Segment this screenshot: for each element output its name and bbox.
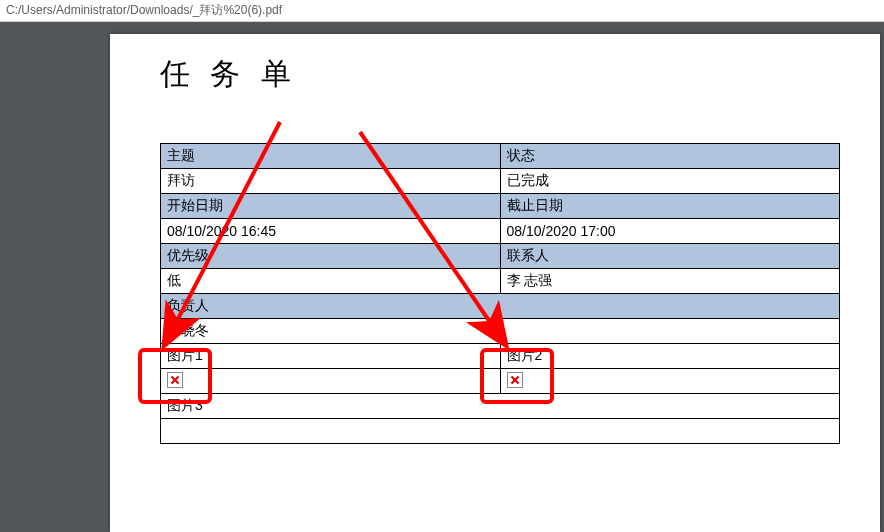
- pdf-viewer-area: 任 务 单 主题 状态 拜访 已完成 开始日期 截止日期 08/10/2020 …: [0, 22, 884, 532]
- annotation-red-arrow: [360, 132, 505, 344]
- address-bar[interactable]: C:/Users/Administrator/Downloads/_拜访%20(…: [0, 0, 884, 22]
- annotation-arrows: [0, 22, 884, 532]
- annotation-red-arrow: [165, 122, 280, 344]
- address-path-text: C:/Users/Administrator/Downloads/_拜访%20(…: [6, 2, 282, 19]
